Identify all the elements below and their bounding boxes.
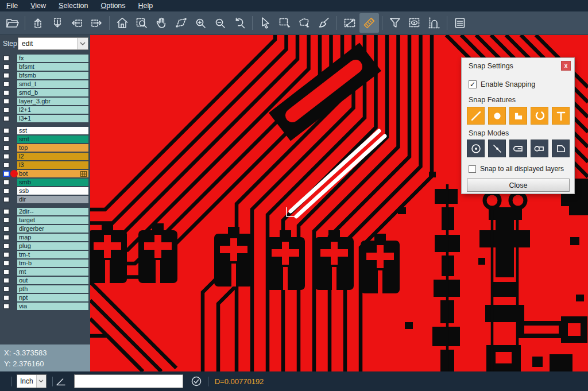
layer-name[interactable]: smt: [17, 136, 88, 143]
layer-name[interactable]: out: [17, 277, 88, 284]
layer-visibility-checkbox[interactable]: [3, 303, 10, 309]
pan-button[interactable]: [152, 13, 171, 33]
slot-center-snap-button[interactable]: [509, 140, 527, 157]
command-input[interactable]: [74, 374, 183, 388]
menu-item-options[interactable]: Options: [94, 2, 131, 10]
clear-highlight-button[interactable]: [314, 13, 334, 33]
layer-visibility-checkbox[interactable]: [3, 55, 10, 61]
layer-visibility-checkbox[interactable]: [3, 107, 10, 113]
layer-name[interactable]: l3: [17, 161, 88, 169]
layer-name[interactable]: pth: [17, 285, 88, 293]
layer-visibility-checkbox[interactable]: [3, 269, 10, 275]
filter-button[interactable]: [385, 13, 405, 33]
layer-name[interactable]: l3+1: [17, 115, 88, 122]
layer-name[interactable]: bot: [17, 170, 88, 177]
layer-name[interactable]: fx: [17, 55, 88, 62]
layer-visibility-checkbox[interactable]: [3, 127, 10, 134]
layer-visibility-checkbox[interactable]: [3, 64, 10, 70]
zoom-window-button[interactable]: [132, 13, 152, 33]
menu-item-help[interactable]: Help: [132, 2, 160, 10]
layer-name[interactable]: via: [17, 303, 88, 310]
menu-item-view[interactable]: View: [24, 2, 52, 10]
layer-visibility-checkbox[interactable]: [3, 243, 10, 249]
snap-feature-pad-button[interactable]: [488, 107, 506, 125]
layer-name[interactable]: dirgerber: [17, 225, 88, 233]
layer-visibility-checkbox[interactable]: [3, 295, 10, 301]
layer-name[interactable]: ssb: [17, 187, 88, 195]
select-rect-button[interactable]: [275, 13, 295, 33]
zoom-dynamic-button[interactable]: [171, 13, 191, 33]
layer-name[interactable]: bfsmt: [17, 63, 88, 71]
move-down-button[interactable]: [48, 13, 67, 33]
close-button[interactable]: Close: [467, 179, 570, 192]
view-window-button[interactable]: [405, 13, 424, 33]
move-up-button[interactable]: [28, 13, 48, 33]
layer-name[interactable]: l2: [17, 153, 88, 160]
midpoint-snap-button[interactable]: [488, 140, 506, 157]
snap-all-layers-option[interactable]: Snap to all displayed layers: [469, 165, 564, 173]
measure-points-button[interactable]: [340, 13, 359, 33]
layer-name[interactable]: mt: [17, 268, 88, 276]
layer-name[interactable]: layer_3.gbr: [17, 98, 88, 105]
move-left-button[interactable]: [67, 13, 87, 33]
snap-feature-text-button[interactable]: [552, 107, 570, 125]
layer-name[interactable]: smd_t: [17, 80, 88, 88]
zoom-in-button[interactable]: [191, 13, 210, 33]
select-polygon-button[interactable]: [295, 13, 314, 33]
layer-visibility-checkbox[interactable]: [3, 251, 10, 258]
layer-visibility-checkbox[interactable]: [3, 226, 10, 232]
layer-visibility-checkbox[interactable]: [3, 162, 10, 168]
layer-name[interactable]: npt: [17, 294, 88, 301]
layer-name[interactable]: 2dir--: [17, 208, 88, 215]
layer-visibility-checkbox[interactable]: [3, 153, 10, 160]
layer-name[interactable]: sst: [17, 127, 88, 134]
unit-dropdown[interactable]: Inch: [17, 374, 47, 388]
snap-all-layers-checkbox[interactable]: [469, 165, 476, 173]
layer-name[interactable]: target: [17, 216, 88, 224]
measure-ruler-button[interactable]: [359, 13, 379, 33]
layer-visibility-checkbox[interactable]: [3, 188, 10, 194]
layer-name[interactable]: top: [17, 144, 88, 152]
layer-visibility-checkbox[interactable]: [3, 277, 10, 284]
home-button[interactable]: [113, 13, 132, 33]
layer-visibility-checkbox[interactable]: [3, 90, 10, 96]
layer-name[interactable]: map: [17, 234, 88, 241]
layer-visibility-checkbox[interactable]: [3, 260, 10, 266]
layer-visibility-checkbox[interactable]: [3, 234, 10, 241]
enable-snapping-option[interactable]: Enable Snapping: [469, 80, 535, 88]
snap-feature-line-button[interactable]: [467, 107, 485, 125]
zoom-previous-button[interactable]: [230, 13, 249, 33]
snap-feature-surface-button[interactable]: [509, 107, 527, 125]
open-button[interactable]: [2, 13, 22, 33]
layer-visibility-checkbox[interactable]: [3, 196, 10, 203]
layer-visibility-checkbox[interactable]: [3, 115, 10, 122]
zoom-out-button[interactable]: [210, 13, 230, 33]
menu-item-selection[interactable]: Selection: [52, 2, 94, 10]
layer-name[interactable]: smb: [17, 179, 88, 186]
step-dropdown[interactable]: edit: [18, 37, 88, 50]
dialog-close-icon[interactable]: x: [561, 61, 571, 71]
layer-name[interactable]: tm-b: [17, 260, 88, 267]
snap-button[interactable]: [424, 13, 444, 33]
layer-name[interactable]: plug: [17, 242, 88, 250]
report-button[interactable]: [450, 13, 470, 33]
move-right-button[interactable]: [87, 13, 106, 33]
layer-name[interactable]: tm-t: [17, 251, 88, 258]
layer-visibility-checkbox[interactable]: [3, 286, 10, 292]
snap-feature-arc-button[interactable]: [531, 107, 548, 125]
layer-visibility-checkbox[interactable]: [3, 72, 10, 79]
layer-visibility-checkbox[interactable]: [3, 217, 10, 223]
layer-name[interactable]: bfsmb: [17, 72, 88, 79]
slot-end-snap-button[interactable]: [531, 140, 548, 157]
layer-visibility-checkbox[interactable]: [3, 145, 10, 151]
layer-visibility-checkbox[interactable]: [3, 179, 10, 185]
contour-snap-button[interactable]: [552, 140, 570, 157]
center-snap-button[interactable]: [467, 140, 485, 157]
apply-check-icon[interactable]: [191, 375, 202, 387]
layer-name[interactable]: smd_b: [17, 89, 88, 96]
layer-name[interactable]: l2+1: [17, 106, 88, 114]
layer-visibility-checkbox[interactable]: [3, 98, 10, 104]
select-pointer-button[interactable]: [256, 13, 275, 33]
layer-visibility-checkbox[interactable]: [3, 208, 10, 215]
enable-snapping-checkbox[interactable]: [469, 80, 477, 88]
